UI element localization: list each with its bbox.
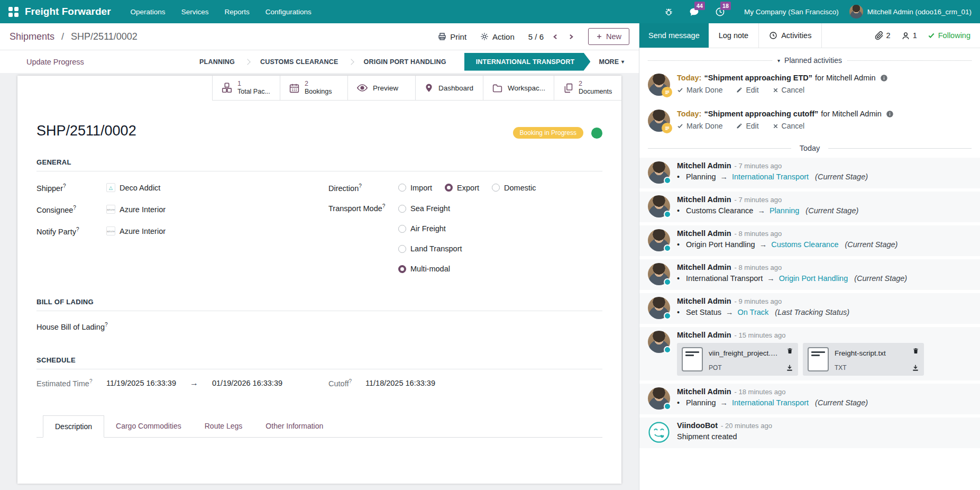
mark-done-button[interactable]: Mark Done bbox=[677, 122, 722, 130]
field-cutoff: Cutoff? 11/18/2025 16:33:39 bbox=[328, 378, 602, 388]
stage-more-dropdown[interactable]: MORE ▾ bbox=[590, 58, 633, 66]
chatter-toolbar: Send message Log note Activities 2 1 bbox=[639, 23, 980, 48]
stage-link[interactable]: International Transport bbox=[732, 173, 809, 181]
estimated-from-value[interactable]: 11/19/2025 16:33:39 bbox=[106, 379, 176, 387]
stage-link[interactable]: Planning bbox=[770, 206, 799, 215]
cutoff-value[interactable]: 11/18/2025 16:33:39 bbox=[365, 379, 435, 387]
activity-item: Today: “Shipment approaching cutoff” for… bbox=[639, 106, 980, 135]
planned-activities-toggle[interactable]: ▾ Planned activities bbox=[777, 56, 842, 65]
online-dot bbox=[664, 403, 671, 410]
check-icon bbox=[677, 123, 683, 129]
stage-link[interactable]: Origin Port Handling bbox=[779, 274, 848, 283]
attachments-counter[interactable]: 2 bbox=[875, 31, 891, 40]
cancel-activity-button[interactable]: Cancel bbox=[773, 86, 805, 94]
avatar bbox=[648, 229, 670, 251]
radio-checked-icon bbox=[445, 184, 453, 192]
followers-counter[interactable]: 1 bbox=[901, 31, 917, 40]
print-button[interactable]: Print bbox=[438, 32, 466, 41]
app-name[interactable]: Freight Forwarder bbox=[25, 6, 111, 17]
field-shipper: Shipper? △ Deco Addict bbox=[36, 177, 328, 198]
tab-cargo-commodities[interactable]: Cargo Commodities bbox=[104, 415, 193, 438]
breadcrumb-current: SHP/2511/0002 bbox=[71, 31, 138, 42]
trash-icon[interactable] bbox=[786, 347, 793, 360]
company-switcher[interactable]: My Company (San Francisco) bbox=[744, 8, 839, 16]
menu-reports[interactable]: Reports bbox=[216, 8, 257, 16]
edit-activity-button[interactable]: Edit bbox=[736, 122, 758, 130]
partner-logo: azure bbox=[106, 226, 115, 235]
send-message-button[interactable]: Send message bbox=[639, 23, 709, 48]
message: Mitchell Admin- 8 minutes ago •Origin Po… bbox=[639, 225, 980, 256]
radio-icon bbox=[398, 225, 406, 233]
attachment-card[interactable]: Freight-script.txt TXT bbox=[803, 343, 924, 376]
notebook: Description Cargo Commodities Route Legs… bbox=[36, 415, 602, 490]
avatar bbox=[648, 74, 670, 96]
x-icon bbox=[773, 87, 778, 93]
stage-origin-port-handling[interactable]: ORIGIN PORT HANDLING bbox=[353, 58, 457, 66]
log-note-button[interactable]: Log note bbox=[709, 23, 758, 48]
download-icon[interactable] bbox=[786, 364, 793, 371]
radio-domestic[interactable]: Domestic bbox=[492, 184, 536, 192]
kanban-state-dot[interactable] bbox=[591, 128, 602, 139]
smart-button-preview[interactable]: Preview bbox=[347, 76, 415, 101]
download-icon[interactable] bbox=[912, 364, 919, 371]
tab-description[interactable]: Description bbox=[43, 415, 104, 438]
radio-icon bbox=[398, 205, 406, 213]
pager-previous-icon[interactable] bbox=[552, 33, 559, 40]
online-dot bbox=[664, 244, 671, 252]
online-dot bbox=[664, 211, 671, 218]
partner-logo: △ bbox=[106, 183, 115, 192]
radio-import[interactable]: Import bbox=[398, 184, 432, 192]
edit-activity-button[interactable]: Edit bbox=[736, 86, 758, 94]
action-button[interactable]: Action bbox=[480, 32, 515, 41]
activities-button[interactable]: Activities bbox=[759, 23, 821, 48]
form-view: Shipments / SHP/2511/0002 Print Action 5… bbox=[0, 23, 639, 490]
smart-button-dashboard[interactable]: Dashboard bbox=[415, 76, 483, 101]
eye-icon bbox=[356, 82, 368, 94]
control-panel: Shipments / SHP/2511/0002 Print Action 5… bbox=[0, 23, 639, 50]
menu-services[interactable]: Services bbox=[173, 8, 217, 16]
smart-button-total-packages[interactable]: 1Total Pac... bbox=[212, 76, 280, 101]
avatar bbox=[648, 263, 670, 285]
new-button[interactable]: New bbox=[588, 28, 629, 45]
user-menu[interactable]: Mitchell Admin (odoo16_crm_01) bbox=[849, 5, 972, 19]
tab-route-legs[interactable]: Route Legs bbox=[193, 415, 254, 438]
radio-export[interactable]: Export bbox=[445, 184, 479, 192]
radio-sea-freight[interactable]: Sea Freight bbox=[398, 198, 462, 219]
pager-next-icon[interactable] bbox=[567, 33, 574, 40]
smart-button-workspace[interactable]: Workspac... bbox=[483, 76, 554, 101]
smart-button-documents[interactable]: 2Documents bbox=[554, 76, 621, 101]
apps-menu-icon[interactable] bbox=[8, 7, 19, 17]
attachment-card[interactable]: viin_freight_project.pot POT bbox=[677, 343, 798, 376]
tab-content-description[interactable] bbox=[36, 438, 602, 490]
info-icon[interactable] bbox=[880, 74, 888, 82]
consignee-value[interactable]: azure Azure Interior bbox=[106, 205, 166, 214]
breadcrumb-shipments[interactable]: Shipments bbox=[10, 31, 54, 42]
info-icon[interactable] bbox=[886, 110, 894, 118]
menu-operations[interactable]: Operations bbox=[123, 8, 173, 16]
menu-configurations[interactable]: Configurations bbox=[258, 8, 319, 16]
mark-done-button[interactable]: Mark Done bbox=[677, 86, 722, 94]
chatter-feed[interactable]: ▾ Planned activities Today: “Shipment ap… bbox=[639, 48, 980, 490]
status-link[interactable]: On Track bbox=[737, 308, 768, 316]
shipper-value[interactable]: △ Deco Addict bbox=[106, 183, 160, 192]
radio-air-freight[interactable]: Air Freight bbox=[398, 219, 462, 239]
stage-international-transport-active[interactable]: INTERNATIONAL TRANSPORT bbox=[464, 53, 591, 71]
trash-icon[interactable] bbox=[912, 347, 919, 360]
radio-multi-modal[interactable]: Multi-modal bbox=[398, 259, 462, 279]
messages-icon[interactable]: 44 bbox=[684, 4, 704, 20]
following-button[interactable]: Following bbox=[928, 31, 970, 40]
smart-button-bookings[interactable]: 2Bookings bbox=[280, 76, 347, 101]
stage-customs-clearance[interactable]: CUSTOMS CLEARANCE bbox=[250, 58, 349, 66]
activities-clock-icon[interactable]: 18 bbox=[710, 4, 730, 20]
cancel-activity-button[interactable]: Cancel bbox=[773, 122, 805, 130]
radio-land-transport[interactable]: Land Transport bbox=[398, 239, 462, 259]
stage-link[interactable]: International Transport bbox=[732, 398, 809, 407]
estimated-to-value[interactable]: 01/19/2026 16:33:39 bbox=[212, 379, 282, 387]
debug-bug-icon[interactable] bbox=[659, 4, 679, 20]
stage-planning[interactable]: PLANNING bbox=[189, 58, 245, 66]
tab-other-information[interactable]: Other Information bbox=[254, 415, 335, 438]
stage-link[interactable]: Customs Clearance bbox=[771, 240, 838, 249]
message: Mitchell Admin- 7 minutes ago •Customs C… bbox=[639, 192, 980, 222]
update-progress-button[interactable]: Update Progress bbox=[26, 58, 84, 66]
notify-party-value[interactable]: azure Azure Interior bbox=[106, 226, 166, 235]
